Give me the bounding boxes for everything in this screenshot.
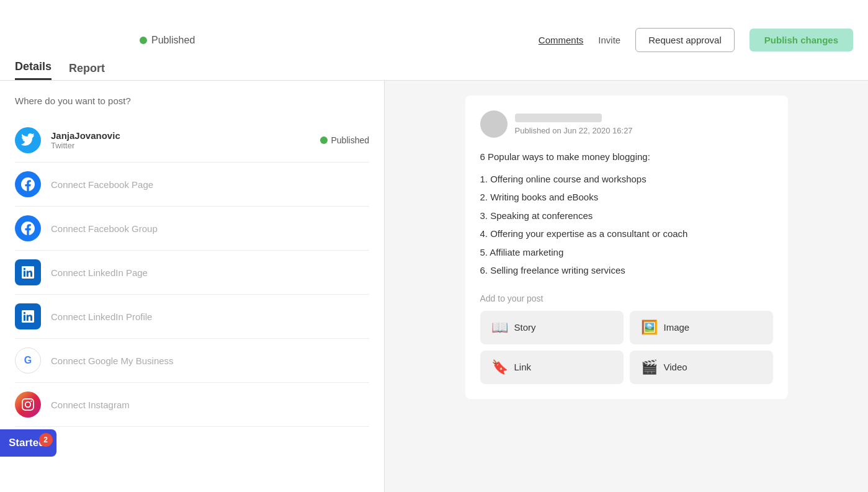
account-item-linkedin-profile[interactable]: Connect LinkedIn Profile — [15, 295, 369, 339]
invite-link[interactable]: Invite — [598, 35, 620, 45]
post-list-item-4: 4. Offering your expertise as a consulta… — [480, 226, 773, 242]
where-to-post-label: Where do you want to post? — [15, 96, 369, 106]
post-list-item-6: 6. Selling freelance writing services — [480, 262, 773, 279]
account-item-twitter[interactable]: JanjaJovanovic Twitter Published — [15, 119, 369, 163]
request-approval-button[interactable]: Request approval — [635, 28, 735, 52]
linkedin-page-icon — [15, 259, 41, 285]
instagram-info: Connect Instagram — [51, 400, 369, 410]
post-list-item-3: 3. Speaking at conferences — [480, 208, 773, 224]
linkedin-page-connect-label: Connect LinkedIn Page — [51, 267, 369, 278]
link-icon: 🔖 — [491, 359, 508, 375]
account-item-facebook-group[interactable]: Connect Facebook Group — [15, 207, 369, 251]
add-to-post-label: Add to your post — [480, 293, 773, 303]
twitter-account-name: JanjaJovanovic — [51, 130, 320, 141]
post-avatar — [480, 110, 508, 138]
video-icon: 🎬 — [641, 359, 658, 375]
right-panel: Published on Jun 22, 2020 16:27 6 Popula… — [385, 81, 868, 492]
google-icon: G — [15, 347, 41, 373]
image-label: Image — [664, 322, 690, 333]
post-list-item-1: 1. Offering online course and workshops — [480, 171, 773, 187]
post-card: Published on Jun 22, 2020 16:27 6 Popula… — [465, 96, 788, 399]
twitter-icon — [15, 127, 41, 153]
image-button[interactable]: 🖼️ Image — [630, 311, 773, 344]
post-list-item-2: 2. Writing books and eBooks — [480, 189, 773, 205]
started-count: 2 — [39, 433, 53, 447]
linkedin-profile-icon — [15, 303, 41, 329]
video-button[interactable]: 🎬 Video — [630, 351, 773, 384]
top-actions: Comments Invite Request approval Publish… — [539, 28, 853, 52]
post-content: 6 Popular ways to make money blogging: 1… — [480, 149, 773, 279]
instagram-icon — [15, 391, 41, 418]
story-icon: 📖 — [491, 320, 508, 336]
post-title: 6 Popular ways to make money blogging: — [480, 149, 773, 165]
twitter-published-label: Published — [331, 135, 370, 145]
account-item-instagram[interactable]: Connect Instagram — [15, 383, 369, 427]
top-bar: Details Report Published Comments Invite… — [0, 0, 868, 81]
comments-link[interactable]: Comments — [539, 35, 584, 45]
tab-details[interactable]: Details — [15, 54, 51, 80]
twitter-published-badge: Published — [320, 135, 370, 145]
link-label: Link — [514, 362, 532, 372]
facebook-group-icon — [15, 215, 41, 241]
twitter-published-dot — [320, 136, 328, 144]
tab-report[interactable]: Report — [69, 62, 105, 80]
account-item-facebook-page[interactable]: Connect Facebook Page — [15, 163, 369, 207]
story-button[interactable]: 📖 Story — [480, 311, 624, 344]
twitter-platform: Twitter — [51, 141, 320, 150]
video-label: Video — [664, 362, 687, 372]
story-label: Story — [514, 322, 536, 333]
linkedin-profile-connect-label: Connect LinkedIn Profile — [51, 311, 369, 322]
linkedin-page-info: Connect LinkedIn Page — [51, 267, 369, 278]
post-name-placeholder — [515, 114, 602, 122]
google-info: Connect Google My Business — [51, 356, 369, 366]
post-header: Published on Jun 22, 2020 16:27 — [480, 110, 773, 138]
instagram-connect-label: Connect Instagram — [51, 400, 369, 410]
status-badge: Published — [140, 35, 195, 46]
left-panel: Where do you want to post? JanjaJovanovi… — [0, 81, 385, 492]
link-button[interactable]: 🔖 Link — [480, 351, 624, 384]
tabs-row: Details Report — [15, 0, 122, 80]
publish-changes-button[interactable]: Publish changes — [749, 29, 853, 51]
started-badge[interactable]: Started 2 — [0, 429, 56, 457]
facebook-group-connect-label: Connect Facebook Group — [51, 223, 369, 234]
linkedin-profile-info: Connect LinkedIn Profile — [51, 311, 369, 322]
content-area: Where do you want to post? JanjaJovanovi… — [0, 81, 868, 492]
published-label: Published — [151, 35, 195, 46]
image-icon: 🖼️ — [641, 320, 658, 336]
post-header-info: Published on Jun 22, 2020 16:27 — [515, 114, 633, 135]
post-list-item-5: 5. Affiliate marketing — [480, 244, 773, 261]
facebook-group-info: Connect Facebook Group — [51, 223, 369, 234]
account-item-google[interactable]: G Connect Google My Business — [15, 339, 369, 383]
post-date: Published on Jun 22, 2020 16:27 — [515, 126, 633, 135]
facebook-page-icon — [15, 171, 41, 197]
main-container: Details Report Published Comments Invite… — [0, 0, 868, 492]
published-dot — [140, 37, 147, 44]
facebook-page-connect-label: Connect Facebook Page — [51, 179, 369, 190]
add-to-post-grid: 📖 Story 🖼️ Image 🔖 Link 🎬 Video — [480, 311, 773, 384]
twitter-account-info: JanjaJovanovic Twitter — [51, 130, 320, 150]
google-connect-label: Connect Google My Business — [51, 356, 369, 366]
facebook-page-info: Connect Facebook Page — [51, 179, 369, 190]
account-item-linkedin-page[interactable]: Connect LinkedIn Page — [15, 251, 369, 295]
